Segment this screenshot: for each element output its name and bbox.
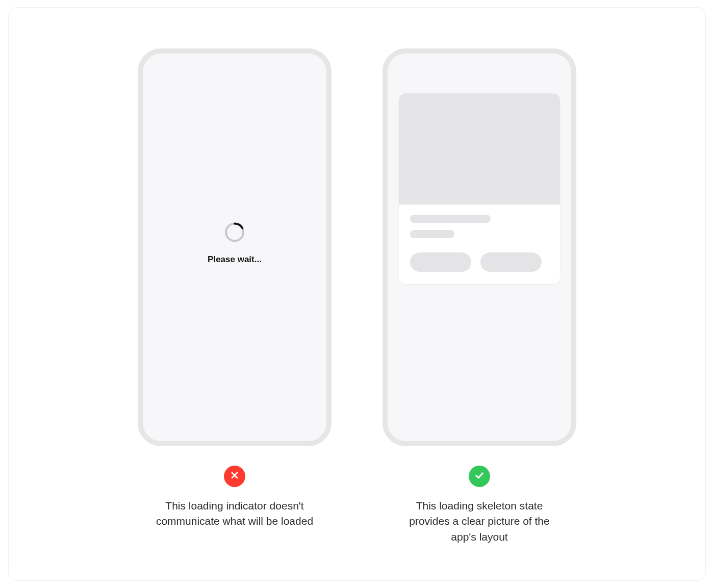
phone-mockup-spinner: Please wait... bbox=[138, 48, 332, 446]
loading-indicator-group: Please wait... bbox=[208, 221, 262, 265]
check-badge bbox=[469, 466, 490, 487]
left-caption: This loading indicator doesn't communica… bbox=[150, 498, 319, 529]
skeleton-text-line bbox=[410, 230, 454, 238]
skeleton-button-row bbox=[410, 252, 549, 272]
cross-badge bbox=[224, 466, 245, 487]
skeleton-button-placeholder bbox=[480, 252, 542, 272]
skeleton-button-placeholder bbox=[410, 252, 471, 272]
cross-icon bbox=[230, 470, 240, 482]
left-column: Please wait... This loading indicator do… bbox=[133, 48, 337, 529]
check-icon bbox=[474, 470, 485, 483]
right-caption-group: This loading skeleton state provides a c… bbox=[395, 466, 564, 545]
comparison-frame: Please wait... This loading indicator do… bbox=[8, 7, 706, 581]
loading-text: Please wait... bbox=[208, 254, 262, 265]
phone-mockup-skeleton bbox=[382, 48, 576, 446]
right-column: This loading skeleton state provides a c… bbox=[377, 48, 581, 545]
skeleton-card bbox=[399, 93, 560, 284]
spinner-icon bbox=[223, 221, 246, 243]
skeleton-image-placeholder bbox=[399, 93, 560, 204]
skeleton-text-line bbox=[410, 215, 491, 223]
left-caption-group: This loading indicator doesn't communica… bbox=[150, 466, 319, 529]
skeleton-card-body bbox=[399, 204, 560, 284]
right-caption: This loading skeleton state provides a c… bbox=[395, 498, 564, 545]
